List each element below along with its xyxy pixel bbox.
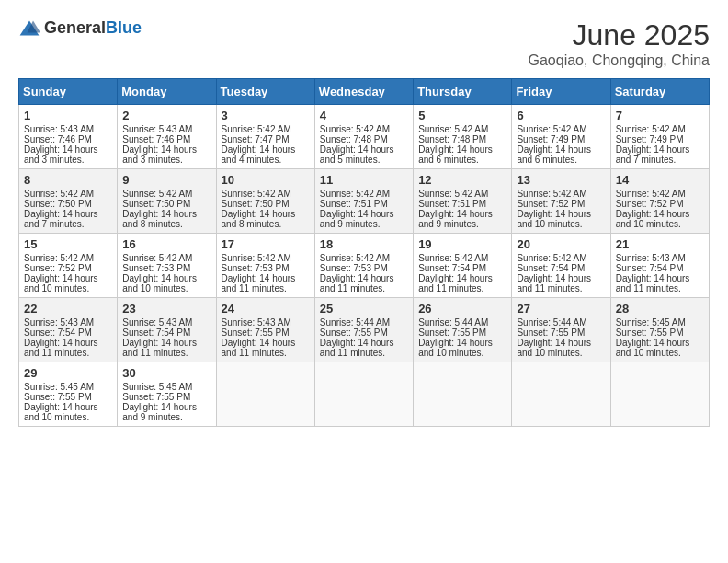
- day-number: 6: [517, 109, 605, 122]
- day-number: 23: [122, 302, 210, 316]
- cell-line: Sunrise: 5:43 AM: [122, 317, 210, 327]
- calendar-cell: 6Sunrise: 5:42 AMSunset: 7:49 PMDaylight…: [512, 105, 610, 169]
- calendar-subtitle: Gaoqiao, Chongqing, China: [529, 52, 710, 69]
- day-number: 7: [616, 109, 704, 122]
- cell-line: Sunset: 7:50 PM: [122, 199, 210, 209]
- day-number: 17: [222, 237, 310, 251]
- day-number: 13: [517, 173, 605, 187]
- cell-line: Daylight: 14 hours: [418, 273, 506, 283]
- week-row-2: 8Sunrise: 5:42 AMSunset: 7:50 PMDaylight…: [19, 169, 710, 234]
- cell-line: and 11 minutes.: [616, 283, 704, 293]
- week-row-4: 22Sunrise: 5:43 AMSunset: 7:54 PMDayligh…: [19, 298, 710, 362]
- cell-line: Daylight: 14 hours: [320, 209, 408, 219]
- cell-line: and 11 minutes.: [222, 283, 310, 293]
- cell-line: and 11 minutes.: [517, 283, 605, 293]
- calendar-title: June 2025: [529, 18, 710, 52]
- cell-line: Sunset: 7:52 PM: [616, 199, 704, 209]
- cell-line: Sunrise: 5:42 AM: [418, 253, 506, 263]
- cell-line: Daylight: 14 hours: [122, 338, 210, 348]
- cell-line: and 7 minutes.: [24, 219, 112, 229]
- calendar-cell: [414, 362, 512, 427]
- day-number: 10: [222, 173, 310, 187]
- cell-line: and 10 minutes.: [517, 348, 605, 358]
- cell-line: Daylight: 14 hours: [616, 209, 704, 219]
- cell-line: Sunset: 7:52 PM: [24, 263, 112, 273]
- cell-line: Sunrise: 5:42 AM: [616, 189, 704, 199]
- cell-line: Sunrise: 5:45 AM: [616, 317, 704, 327]
- cell-line: Sunrise: 5:42 AM: [222, 124, 310, 134]
- header-wednesday: Wednesday: [314, 79, 413, 105]
- cell-line: Daylight: 14 hours: [320, 273, 408, 283]
- header-friday: Friday: [512, 79, 610, 105]
- cell-line: Daylight: 14 hours: [616, 144, 704, 155]
- cell-line: and 6 minutes.: [418, 155, 506, 165]
- cell-line: Sunset: 7:54 PM: [418, 263, 506, 273]
- calendar-cell: 5Sunrise: 5:42 AMSunset: 7:48 PMDaylight…: [414, 105, 512, 169]
- cell-line: and 10 minutes.: [122, 283, 210, 293]
- cell-line: Sunset: 7:46 PM: [24, 134, 112, 144]
- cell-line: Sunrise: 5:43 AM: [24, 124, 112, 134]
- cell-line: Sunset: 7:53 PM: [320, 263, 408, 273]
- cell-line: Daylight: 14 hours: [24, 273, 112, 283]
- day-number: 8: [24, 173, 112, 187]
- cell-line: and 11 minutes.: [24, 348, 112, 358]
- cell-line: Daylight: 14 hours: [517, 209, 605, 219]
- calendar-cell: 9Sunrise: 5:42 AMSunset: 7:50 PMDaylight…: [118, 169, 216, 234]
- cell-line: and 10 minutes.: [616, 219, 704, 229]
- cell-line: Sunrise: 5:43 AM: [616, 253, 704, 263]
- cell-line: Sunset: 7:48 PM: [418, 134, 506, 144]
- calendar-cell: 18Sunrise: 5:42 AMSunset: 7:53 PMDayligh…: [314, 234, 413, 298]
- cell-line: Daylight: 14 hours: [418, 338, 506, 348]
- cell-line: and 4 minutes.: [222, 155, 310, 165]
- cell-line: Sunrise: 5:42 AM: [222, 189, 310, 199]
- cell-line: Sunset: 7:55 PM: [222, 327, 310, 338]
- cell-line: Sunrise: 5:43 AM: [222, 317, 310, 327]
- day-number: 29: [24, 366, 112, 380]
- cell-line: and 10 minutes.: [24, 412, 112, 422]
- logo-general: General: [44, 18, 106, 37]
- cell-line: Sunset: 7:55 PM: [24, 392, 112, 402]
- cell-line: and 8 minutes.: [122, 219, 210, 229]
- day-number: 28: [616, 302, 704, 316]
- cell-line: Sunrise: 5:42 AM: [222, 253, 310, 263]
- day-number: 16: [122, 237, 210, 251]
- calendar-cell: 26Sunrise: 5:44 AMSunset: 7:55 PMDayligh…: [414, 298, 512, 362]
- cell-line: Sunrise: 5:42 AM: [616, 124, 704, 134]
- cell-line: Sunrise: 5:43 AM: [24, 317, 112, 327]
- day-number: 18: [320, 237, 408, 251]
- cell-line: and 9 minutes.: [320, 219, 408, 229]
- cell-line: Daylight: 14 hours: [24, 144, 112, 155]
- cell-line: and 7 minutes.: [616, 155, 704, 165]
- cell-line: Daylight: 14 hours: [222, 209, 310, 219]
- cell-line: Daylight: 14 hours: [24, 402, 112, 412]
- cell-line: Sunset: 7:46 PM: [122, 134, 210, 144]
- header-row: SundayMondayTuesdayWednesdayThursdayFrid…: [19, 79, 710, 105]
- cell-line: Sunset: 7:52 PM: [517, 199, 605, 209]
- cell-line: Sunset: 7:53 PM: [122, 263, 210, 273]
- cell-line: Sunrise: 5:42 AM: [24, 189, 112, 199]
- calendar-cell: 14Sunrise: 5:42 AMSunset: 7:52 PMDayligh…: [610, 169, 709, 234]
- cell-line: Daylight: 14 hours: [222, 273, 310, 283]
- header-monday: Monday: [118, 79, 216, 105]
- cell-line: Sunrise: 5:42 AM: [517, 124, 605, 134]
- calendar-cell: 3Sunrise: 5:42 AMSunset: 7:47 PMDaylight…: [216, 105, 314, 169]
- cell-line: Sunset: 7:48 PM: [320, 134, 408, 144]
- cell-line: Sunset: 7:54 PM: [517, 263, 605, 273]
- day-number: 15: [24, 237, 112, 251]
- cell-line: and 3 minutes.: [24, 155, 112, 165]
- header-tuesday: Tuesday: [216, 79, 314, 105]
- calendar-cell: 10Sunrise: 5:42 AMSunset: 7:50 PMDayligh…: [216, 169, 314, 234]
- day-number: 26: [418, 302, 506, 316]
- calendar-cell: 30Sunrise: 5:45 AMSunset: 7:55 PMDayligh…: [118, 362, 216, 427]
- logo: GeneralBlue: [18, 18, 142, 38]
- cell-line: Sunrise: 5:42 AM: [122, 253, 210, 263]
- cell-line: Sunrise: 5:42 AM: [418, 189, 506, 199]
- week-row-5: 29Sunrise: 5:45 AMSunset: 7:55 PMDayligh…: [19, 362, 710, 427]
- cell-line: Sunset: 7:55 PM: [517, 327, 605, 338]
- calendar-cell: 27Sunrise: 5:44 AMSunset: 7:55 PMDayligh…: [512, 298, 610, 362]
- cell-line: Sunset: 7:54 PM: [616, 263, 704, 273]
- logo-icon: [18, 19, 40, 38]
- cell-line: Sunset: 7:47 PM: [222, 134, 310, 144]
- cell-line: Sunset: 7:51 PM: [418, 199, 506, 209]
- calendar-cell: 29Sunrise: 5:45 AMSunset: 7:55 PMDayligh…: [19, 362, 118, 427]
